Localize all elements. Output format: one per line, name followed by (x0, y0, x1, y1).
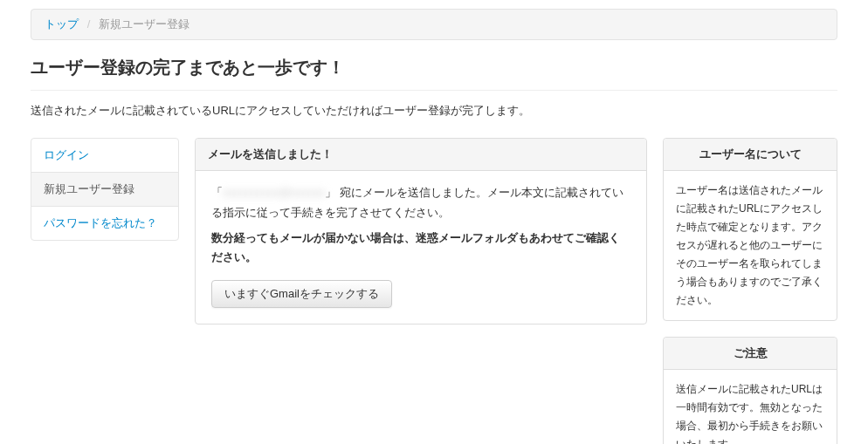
nav-link-login[interactable]: ログイン (31, 139, 178, 172)
breadcrumb: トップ / 新規ユーザー登録 (31, 9, 837, 40)
nav-item-login: ログイン (31, 139, 178, 173)
caution-panel-body: 送信メールに記載されたURLは一時間有効です。無効となった場合、最初から手続きを… (664, 370, 837, 444)
username-panel-heading: ユーザー名について (664, 139, 837, 171)
nav-item-register: 新規ユーザー登録 (31, 173, 178, 207)
main-panel-heading: メールを送信しました！ (196, 139, 646, 171)
lead-text: 送信されたメールに記載されているURLにアクセスしていただければユーザー登録が完… (31, 103, 837, 119)
breadcrumb-current: 新規ユーザー登録 (99, 17, 189, 31)
masked-email: xxxxxxxxxx@xxxxxx (223, 183, 325, 203)
page-title: ユーザー登録の完了まであと一歩です！ (31, 56, 837, 79)
main-panel-body: 「xxxxxxxxxx@xxxxxx」 宛にメールを送信しました。メール本文に記… (196, 171, 646, 324)
nav-item-forgot: パスワードを忘れた？ (31, 207, 178, 240)
sidebar-left: ログイン 新規ユーザー登録 パスワードを忘れた？ (31, 138, 179, 444)
sent-prefix: 「 (211, 186, 223, 199)
main-panel: メールを送信しました！ 「xxxxxxxxxx@xxxxxx」 宛にメールを送信… (195, 138, 647, 324)
nav-link-forgot[interactable]: パスワードを忘れた？ (31, 207, 178, 240)
username-panel: ユーザー名について ユーザー名は送信されたメールに記載されたURLにアクセスした… (663, 138, 837, 321)
caution-panel: ご注意 送信メールに記載されたURLは一時間有効です。無効となった場合、最初から… (663, 337, 837, 444)
sent-message: 「xxxxxxxxxx@xxxxxx」 宛にメールを送信しました。メール本文に記… (211, 183, 630, 223)
main-content: メールを送信しました！ 「xxxxxxxxxx@xxxxxx」 宛にメールを送信… (195, 138, 647, 444)
warn-message: 数分経ってもメールが届かない場合は、迷惑メールフォルダもあわせてご確認ください。 (211, 229, 630, 269)
sidebar-right: ユーザー名について ユーザー名は送信されたメールに記載されたURLにアクセスした… (663, 138, 837, 444)
breadcrumb-home-link[interactable]: トップ (45, 17, 79, 31)
caution-panel-heading: ご注意 (664, 338, 837, 370)
username-panel-body: ユーザー名は送信されたメールに記載されたURLにアクセスした時点で確定となります… (664, 171, 837, 320)
divider (31, 90, 837, 91)
breadcrumb-separator: / (87, 17, 91, 31)
nav-link-register[interactable]: 新規ユーザー登録 (31, 173, 178, 206)
nav-list: ログイン 新規ユーザー登録 パスワードを忘れた？ (31, 138, 179, 241)
check-gmail-button[interactable]: いますぐGmailをチェックする (211, 280, 392, 308)
